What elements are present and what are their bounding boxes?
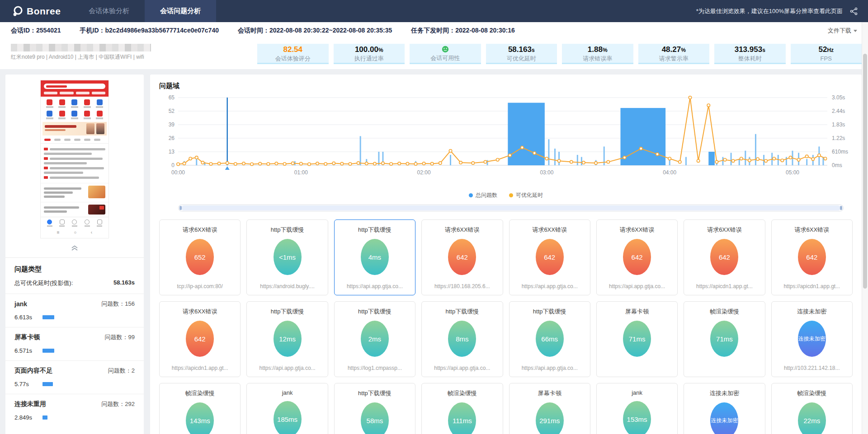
problem-card-bubble: <1ms <box>274 239 302 275</box>
problem-card-selected[interactable]: http下载缓慢4mshttps://api.app.gtja.co... <box>334 219 415 295</box>
problem-card-bubble: 连接未加密 <box>710 402 738 434</box>
top-nav: Bonree 会话体验分析 会话问题分析 *为达最佳浏览效果，建议在100%屏幕… <box>0 0 868 22</box>
session-header: 会话ID：2554021手机ID：b2c2d4986e9a33b5677714c… <box>0 22 868 69</box>
device-name-redacted <box>11 44 151 51</box>
share-icon[interactable] <box>850 7 858 15</box>
problem-card-value: 22ms <box>803 417 820 425</box>
problem-card-url: https://api.app.gtja.co... <box>434 365 490 371</box>
phone-app-icon <box>68 99 81 108</box>
problem-card[interactable]: 请求6XX错误642https://api.app.gtja.co... <box>509 219 590 295</box>
metric-label: 请求错误率 <box>562 55 633 62</box>
problem-card-url: https://apicdn1.app.gt... <box>783 283 840 289</box>
chart-zoom-slider[interactable] <box>178 205 844 211</box>
tab-session-experience[interactable]: 会话体验分析 <box>73 0 145 22</box>
problem-card[interactable]: 请求6XX错误642https://apicdn1.app.gt... <box>159 301 241 377</box>
metric-card: 82.54会话体验评分 <box>257 44 329 64</box>
problem-domain-chart[interactable]: 00ms13610ms261.22s391.83s522.44s653.05s0… <box>159 93 853 191</box>
collapse-screenshot-button[interactable] <box>5 241 144 257</box>
problem-card-bubble: 58ms <box>361 402 389 434</box>
problem-card-value: 71ms <box>629 335 646 343</box>
phone-dark-image <box>88 205 105 215</box>
phone-app-icon <box>93 111 106 119</box>
problem-type-item[interactable]: 屏幕卡顿问题数：996.571s <box>5 327 144 360</box>
problem-card[interactable]: 连接未加密连接未加密http://103.221.142.18... <box>771 301 853 377</box>
problem-card[interactable]: jank185ms <box>246 383 328 434</box>
problem-card-value: 连接未加密 <box>798 335 826 343</box>
problem-card[interactable]: http下载缓慢2mshttps://log1.cmpassp... <box>334 301 415 377</box>
problem-card[interactable]: 帧渲染缓慢111ms <box>421 383 503 434</box>
phone-app-icon <box>81 111 94 119</box>
problem-type-time: 6.613s <box>14 314 42 321</box>
problem-card[interactable]: http下载缓慢8mshttps://api.app.gtja.co... <box>421 301 503 377</box>
problem-card[interactable]: 帧渲染缓慢22ms <box>771 383 853 434</box>
legend-item[interactable]: 总问题数 <box>469 191 497 199</box>
problem-card[interactable]: http下载缓慢12mshttps://api.app.gtja.co... <box>246 301 328 377</box>
page-scrollbar[interactable] <box>862 22 868 434</box>
problem-card-title: 帧渲染缓慢 <box>448 389 477 397</box>
metric-label: 可优化延时 <box>486 55 557 62</box>
problem-card[interactable]: http下载缓慢<1mshttps://android.bugly.... <box>246 219 328 295</box>
tab-session-problem[interactable]: 会话问题分析 <box>145 0 216 22</box>
problem-card[interactable]: jank153ms <box>596 383 678 434</box>
metric-value: 52Hz <box>791 45 862 55</box>
problem-card[interactable]: 请求6XX错误652tcp://ip-api.com:80/ <box>159 219 241 295</box>
problem-card-value: 2ms <box>368 335 381 343</box>
problem-card-value: 642 <box>806 253 817 261</box>
problem-card[interactable]: 屏幕卡顿291ms <box>509 383 590 434</box>
chart-zoom-handle-right[interactable] <box>840 206 842 210</box>
problem-card-url: http://103.221.142.18... <box>784 365 840 371</box>
problem-type-time: 5.77s <box>14 381 42 387</box>
legend-item[interactable]: 可优化延时 <box>509 191 543 199</box>
problem-card-value: 66ms <box>541 335 558 343</box>
problem-card-value: 连接未加密 <box>711 417 738 425</box>
problem-card[interactable]: 请求6XX错误642https://api.app.gtja.co... <box>596 219 678 295</box>
problem-card-url: https://android.bugly.... <box>260 283 315 289</box>
nav-right: *为达最佳浏览效果，建议在100%屏幕分辨率查看此页面 <box>696 0 868 22</box>
problem-card-bubble: 22ms <box>798 402 826 434</box>
problem-type-item[interactable]: jank问题数：1566.613s <box>5 294 144 327</box>
problem-card-value: 185ms <box>277 415 297 423</box>
phone-headline <box>44 172 105 174</box>
problem-type-list: jank问题数：1566.613s屏幕卡顿问题数：996.571s页面内容不足问… <box>5 294 144 427</box>
chart-zoom-range[interactable] <box>181 205 840 210</box>
problem-card[interactable]: http下载缓慢58ms <box>334 383 415 434</box>
metric-label: 请求警示率 <box>638 55 710 62</box>
device-subtitle: 红米note9 pro | Android10 | 上海市 | 中国联通WIFI… <box>11 53 257 61</box>
problem-type-bar <box>42 382 53 386</box>
problem-card-bubble: 185ms <box>274 401 302 434</box>
svg-text:1.83s: 1.83s <box>832 121 845 128</box>
problem-card-title: http下载缓慢 <box>358 226 392 234</box>
problem-card[interactable]: 请求6XX错误642https://apicdn1.app.gt... <box>771 219 853 295</box>
phone-search-bar <box>44 84 105 89</box>
problem-type-item[interactable]: 连接未重用问题数：2922.849s <box>5 394 144 427</box>
problem-card[interactable]: 屏幕卡顿71ms <box>596 301 678 377</box>
problem-card[interactable]: 请求6XX错误642https://apicdn1.app.gt... <box>684 219 765 295</box>
problem-card-title: 请求6XX错误 <box>795 226 830 234</box>
problem-card[interactable]: 帧渲染缓慢143ms <box>159 383 241 434</box>
phone-app-icon <box>43 111 56 119</box>
chart-zoom-handle-left[interactable] <box>179 206 182 210</box>
svg-text:39: 39 <box>169 121 175 128</box>
problem-card-title: 连接未加密 <box>797 308 826 316</box>
problem-card-url: https://api.app.gtja.co... <box>522 365 578 371</box>
metric-label: 整体耗时 <box>714 55 786 62</box>
problem-card-title: 帧渲染缓慢 <box>185 389 215 397</box>
problem-card-bubble: 642 <box>623 239 651 275</box>
metric-label: FPS <box>791 55 862 62</box>
problem-card[interactable]: 请求6XX错误642https://180.168.205.6... <box>421 219 503 295</box>
legend-dot-icon <box>509 193 513 197</box>
legend-dot-icon <box>469 193 473 197</box>
problem-type-name: jank <box>14 300 27 308</box>
file-download-dropdown[interactable]: 文件下载 <box>828 27 857 35</box>
problem-card[interactable]: 帧渲染缓慢71ms <box>684 301 765 377</box>
problem-type-item[interactable]: 页面内容不足问题数：25.77s <box>5 360 144 394</box>
problem-card-bubble: 642 <box>710 239 738 275</box>
svg-text:52: 52 <box>169 108 175 114</box>
optimizable-delay-total-value: 58.163s <box>113 279 135 287</box>
problem-card[interactable]: http下载缓慢66mshttps://api.app.gtja.co... <box>509 301 590 377</box>
problem-card-url: https://apicdn1.app.gt... <box>172 365 228 371</box>
page-scrollbar-thumb[interactable] <box>863 54 867 289</box>
problem-card[interactable]: 连接未加密连接未加密 <box>684 383 765 434</box>
problem-card-value: 8ms <box>456 335 468 343</box>
problem-card-value: 291ms <box>539 417 560 425</box>
